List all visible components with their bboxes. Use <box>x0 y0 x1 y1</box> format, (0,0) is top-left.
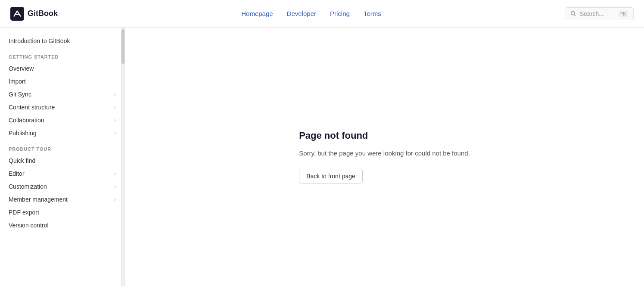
search-box[interactable]: Search... ^K <box>565 7 634 20</box>
header: GitBook Homepage Developer Pricing Terms… <box>0 0 644 28</box>
sidebar-item-member-management[interactable]: Member management › <box>0 193 124 206</box>
chevron-right-icon: › <box>114 183 116 190</box>
section-label-getting-started: GETTING STARTED <box>0 47 124 62</box>
sidebar-item-introduction[interactable]: Introduction to GitBook <box>0 34 124 47</box>
chevron-right-icon: › <box>114 130 116 136</box>
svg-point-1 <box>571 11 575 15</box>
search-icon <box>570 11 576 17</box>
scrollbar-thumb[interactable] <box>121 29 124 64</box>
sidebar-item-import[interactable]: Import <box>0 75 124 88</box>
sidebar-item-content-structure[interactable]: Content structure › <box>0 101 124 114</box>
search-placeholder: Search... <box>580 10 615 17</box>
page-layout: Introduction to GitBook GETTING STARTED … <box>0 0 644 286</box>
sidebar-item-overview[interactable]: Overview <box>0 62 124 75</box>
back-to-front-page-button[interactable]: Back to front page <box>299 169 363 183</box>
search-shortcut: ^K <box>619 11 628 17</box>
error-description: Sorry, but the page you were looking for… <box>299 148 470 159</box>
sidebar-item-editor[interactable]: Editor › <box>0 167 124 180</box>
chevron-right-icon: › <box>114 117 116 123</box>
chevron-right-icon: › <box>114 171 116 177</box>
sidebar-item-version-control[interactable]: Version control <box>0 219 124 232</box>
gitbook-logo-icon <box>10 7 24 21</box>
sidebar-item-quick-find[interactable]: Quick find <box>0 154 124 167</box>
error-container: Page not found Sorry, but the page you w… <box>299 130 470 183</box>
nav-pricing[interactable]: Pricing <box>330 10 350 17</box>
sidebar-item-customization[interactable]: Customization › <box>0 180 124 193</box>
nav-developer[interactable]: Developer <box>287 10 316 17</box>
nav-links: Homepage Developer Pricing Terms <box>241 10 381 17</box>
chevron-right-icon: › <box>114 196 116 202</box>
svg-line-2 <box>574 15 576 16</box>
logo-text: GitBook <box>28 9 58 18</box>
sidebar: Introduction to GitBook GETTING STARTED … <box>0 28 125 286</box>
svg-rect-0 <box>10 7 24 21</box>
nav-homepage[interactable]: Homepage <box>241 10 273 17</box>
sidebar-item-git-sync[interactable]: Git Sync › <box>0 88 124 101</box>
main-content: Page not found Sorry, but the page you w… <box>125 28 644 286</box>
logo[interactable]: GitBook <box>10 7 58 21</box>
section-label-product-tour: PRODUCT TOUR <box>0 140 124 154</box>
error-title: Page not found <box>299 130 470 141</box>
sidebar-item-collaboration[interactable]: Collaboration › <box>0 114 124 127</box>
chevron-right-icon: › <box>114 91 116 97</box>
sidebar-item-pdf-export[interactable]: PDF export <box>0 206 124 219</box>
chevron-right-icon: › <box>114 104 116 110</box>
sidebar-item-publishing[interactable]: Publishing › <box>0 127 124 140</box>
scrollbar[interactable] <box>121 28 124 286</box>
nav-terms[interactable]: Terms <box>364 10 381 17</box>
